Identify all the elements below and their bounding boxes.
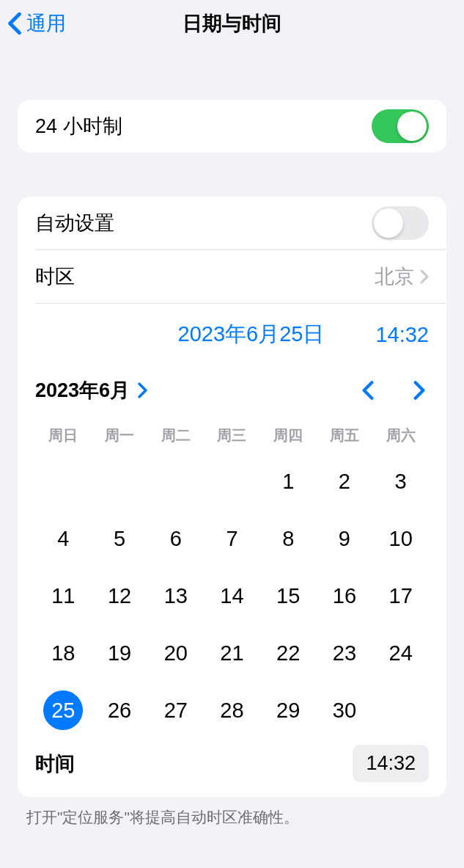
- calendar-weekday: 周四: [260, 421, 317, 450]
- calendar-day[interactable]: 21: [204, 627, 260, 679]
- calendar-day[interactable]: 19: [92, 627, 148, 679]
- calendar-day[interactable]: 10: [372, 513, 429, 564]
- calendar-day[interactable]: 1: [260, 456, 317, 507]
- page-title: 日期与时间: [0, 10, 464, 37]
- chevron-right-icon: [420, 269, 429, 284]
- setting-label-timezone: 时区: [35, 263, 75, 290]
- calendar-day[interactable]: 22: [260, 627, 317, 679]
- setting-label-24hour: 24 小时制: [35, 113, 122, 139]
- chevron-right-icon: [137, 382, 148, 398]
- setting-label-autoset: 自动设置: [35, 210, 114, 236]
- calendar-empty-cell: [204, 456, 260, 507]
- calendar-day[interactable]: 23: [317, 627, 373, 679]
- back-label: 通用: [26, 10, 66, 37]
- calendar-day[interactable]: 5: [92, 513, 148, 564]
- toggle-24hour[interactable]: [372, 109, 429, 143]
- calendar-day[interactable]: 24: [372, 627, 429, 679]
- calendar-month-picker[interactable]: 2023年6月: [35, 377, 148, 404]
- calendar-prev-button[interactable]: [358, 377, 378, 404]
- calendar-day[interactable]: 26: [92, 685, 148, 736]
- calendar-day[interactable]: 28: [204, 685, 260, 736]
- calendar-day[interactable]: 30: [317, 685, 373, 736]
- calendar-day[interactable]: 4: [35, 513, 92, 564]
- calendar-day-selected[interactable]: 25: [35, 685, 92, 736]
- time-picker-label: 时间: [35, 751, 75, 777]
- calendar-weekday: 周二: [147, 421, 204, 450]
- toggle-autoset[interactable]: [372, 206, 429, 240]
- calendar-day[interactable]: 20: [147, 627, 204, 679]
- calendar-weekday: 周三: [204, 421, 260, 450]
- calendar-month-label: 2023年6月: [35, 377, 130, 404]
- setting-row-autoset: 自动设置: [18, 197, 446, 249]
- chevron-left-icon: [362, 380, 374, 401]
- calendar-empty-cell: [92, 456, 148, 507]
- calendar-weekday: 周日: [35, 421, 92, 450]
- back-button[interactable]: 通用: [7, 10, 66, 37]
- calendar-day[interactable]: 9: [317, 513, 373, 564]
- calendar-day[interactable]: 15: [260, 570, 317, 621]
- calendar-day[interactable]: 2: [317, 456, 373, 507]
- calendar-empty-cell: [35, 456, 92, 507]
- calendar-weekday: 周六: [372, 421, 429, 450]
- calendar-day[interactable]: 14: [204, 570, 260, 621]
- calendar-day[interactable]: 18: [35, 627, 92, 679]
- selected-time-button[interactable]: 14:32: [375, 323, 429, 347]
- calendar-day[interactable]: 11: [35, 570, 92, 621]
- calendar-weekday: 周五: [317, 421, 373, 450]
- calendar-empty-cell: [147, 456, 204, 507]
- chevron-right-icon: [413, 380, 425, 401]
- calendar-next-button[interactable]: [410, 377, 429, 404]
- time-picker-button[interactable]: 14:32: [353, 745, 429, 782]
- calendar-day[interactable]: 13: [147, 570, 204, 621]
- calendar-weekday: 周一: [92, 421, 148, 450]
- setting-row-24hour: 24 小时制: [18, 100, 446, 153]
- calendar-day[interactable]: 7: [204, 513, 260, 564]
- calendar-day[interactable]: 3: [372, 456, 429, 507]
- calendar-day[interactable]: 29: [260, 685, 317, 736]
- timezone-value: 北京: [375, 263, 414, 290]
- calendar-day[interactable]: 16: [317, 570, 373, 621]
- chevron-left-icon: [7, 12, 22, 35]
- footer-note: 打开"定位服务"将提高自动时区准确性。: [26, 807, 438, 828]
- calendar-day[interactable]: 6: [147, 513, 204, 564]
- calendar-day[interactable]: 27: [147, 685, 204, 736]
- calendar-day[interactable]: 17: [372, 570, 429, 621]
- calendar-day[interactable]: 12: [92, 570, 148, 621]
- selected-date-button[interactable]: 2023年6月25日: [178, 320, 325, 349]
- setting-row-timezone[interactable]: 时区 北京: [18, 250, 446, 303]
- calendar-day[interactable]: 8: [260, 513, 317, 564]
